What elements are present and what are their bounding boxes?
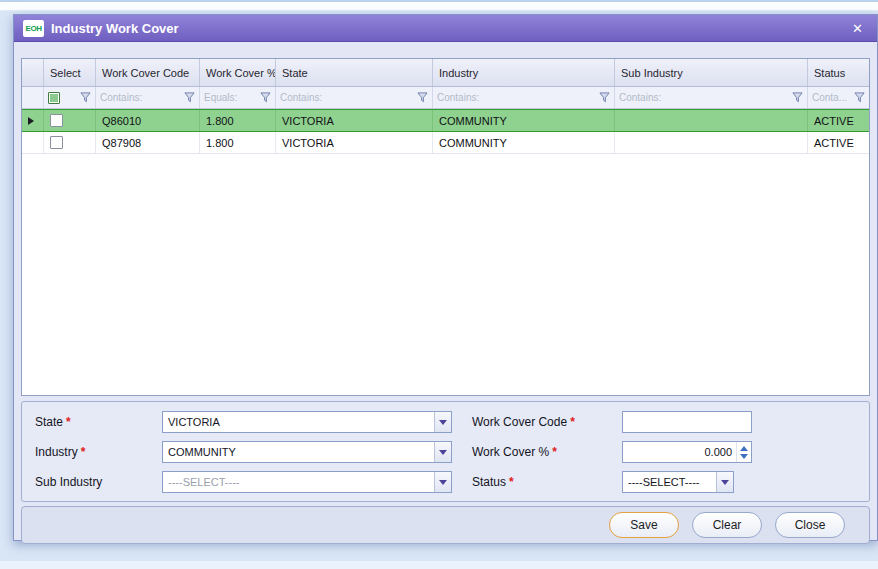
filter-funnel-icon[interactable]	[854, 92, 865, 103]
filter-operator-label: Contains:	[619, 92, 661, 103]
spinner-arrows-icon[interactable]	[736, 442, 751, 462]
grid-header-work-cover-pct[interactable]: Work Cover %	[200, 59, 276, 86]
industry-dropdown[interactable]: COMMUNITY	[162, 441, 452, 463]
work-cover-pct-label: Work Cover %*	[472, 445, 622, 459]
table-row[interactable]: Q86010 1.800 VICTORIA COMMUNITY ACTIVE	[22, 109, 869, 132]
grid-header-select[interactable]: Select	[44, 59, 96, 86]
grid-header-row: Select Work Cover Code Work Cover % Stat…	[22, 59, 869, 87]
required-marker: *	[81, 445, 86, 459]
grid-header-industry[interactable]: Industry	[433, 59, 615, 86]
cell-work-cover-pct: 1.800	[200, 132, 276, 153]
required-marker: *	[552, 445, 557, 459]
table-row[interactable]: Q87908 1.800 VICTORIA COMMUNITY ACTIVE	[22, 132, 869, 154]
row-indicator-cell	[22, 110, 44, 131]
filter-work-cover-pct[interactable]: Equals:	[200, 87, 276, 108]
row-checkbox[interactable]	[50, 136, 63, 149]
industry-label: Industry*	[35, 445, 162, 459]
app-logo-icon: EOH	[23, 20, 44, 37]
spin-down-icon[interactable]	[740, 454, 748, 459]
chevron-down-icon[interactable]	[434, 412, 451, 432]
work-cover-pct-value: 0.000	[623, 446, 736, 458]
filter-operator-label: Contains:	[100, 92, 142, 103]
cell-status: ACTIVE	[808, 132, 869, 153]
cell-work-cover-pct: 1.800	[200, 110, 276, 131]
dialog-title: Industry Work Cover	[51, 21, 840, 36]
filter-operator-label: Contains:	[437, 92, 479, 103]
dialog-button-bar: Save Clear Close	[21, 506, 870, 544]
select-all-checkbox[interactable]	[48, 92, 60, 104]
cell-sub-industry	[615, 110, 808, 131]
filter-funnel-icon[interactable]	[599, 92, 610, 103]
state-dropdown-value: VICTORIA	[163, 416, 434, 428]
grid-header-sub-industry[interactable]: Sub Industry	[615, 59, 808, 86]
cell-industry: COMMUNITY	[433, 132, 615, 153]
row-checkbox[interactable]	[50, 114, 63, 127]
filter-industry[interactable]: Contains:	[433, 87, 615, 108]
bottom-window-strip	[0, 561, 878, 569]
state-dropdown[interactable]: VICTORIA	[162, 411, 452, 433]
work-cover-code-input[interactable]	[623, 412, 751, 432]
filter-operator-label: Contains:	[280, 92, 322, 103]
dialog-titlebar: EOH Industry Work Cover ✕	[14, 15, 877, 42]
row-select-cell	[44, 110, 96, 131]
sub-industry-label: Sub Industry	[35, 475, 162, 489]
close-icon[interactable]: ✕	[847, 20, 868, 37]
row-indicator-cell	[22, 132, 44, 153]
required-marker: *	[570, 415, 575, 429]
filter-funnel-icon[interactable]	[792, 92, 803, 103]
filter-indicator-cell	[22, 87, 44, 108]
grid-empty-area	[22, 154, 869, 395]
row-select-cell	[44, 132, 96, 153]
filter-operator-label: Equals:	[204, 92, 237, 103]
grid-header-state[interactable]: State	[276, 59, 433, 86]
top-window-strip	[0, 0, 878, 11]
grid-header-work-cover-code[interactable]: Work Cover Code	[96, 59, 200, 86]
desktop-background: { "window": { "title": "Industry Work Co…	[0, 0, 878, 569]
state-label: State*	[35, 415, 162, 429]
cell-status: ACTIVE	[808, 110, 869, 131]
filter-funnel-icon[interactable]	[417, 92, 428, 103]
cell-work-cover-code: Q86010	[96, 110, 200, 131]
save-button[interactable]: Save	[609, 512, 679, 538]
grid-header-status[interactable]: Status	[808, 59, 869, 86]
filter-funnel-icon[interactable]	[80, 92, 91, 103]
filter-funnel-icon[interactable]	[184, 92, 195, 103]
cell-work-cover-code: Q87908	[96, 132, 200, 153]
filter-funnel-icon[interactable]	[260, 92, 271, 103]
cell-sub-industry	[615, 132, 808, 153]
required-marker: *	[66, 415, 71, 429]
status-label: Status*	[472, 475, 622, 489]
filter-work-cover-code[interactable]: Contains:	[96, 87, 200, 108]
status-dropdown[interactable]: ----SELECT----	[622, 471, 734, 493]
sub-industry-dropdown[interactable]: ----SELECT----	[162, 471, 452, 493]
grid-filter-row: Contains: Equals: Contains: Contains:	[22, 87, 869, 109]
form-row: State* VICTORIA Work Cover Code*	[35, 411, 860, 433]
work-cover-code-field-wrap	[622, 411, 752, 433]
industry-work-cover-dialog: EOH Industry Work Cover ✕ Select Work Co…	[13, 14, 878, 541]
chevron-down-icon[interactable]	[434, 472, 451, 492]
industry-dropdown-value: COMMUNITY	[163, 446, 434, 458]
clear-button[interactable]: Clear	[692, 512, 762, 538]
status-dropdown-value: ----SELECT----	[623, 476, 716, 488]
cell-state: VICTORIA	[276, 110, 433, 131]
sub-industry-dropdown-value: ----SELECT----	[163, 476, 434, 488]
close-button[interactable]: Close	[775, 512, 845, 538]
chevron-down-icon[interactable]	[716, 472, 733, 492]
work-cover-code-label: Work Cover Code*	[472, 415, 622, 429]
required-marker: *	[509, 475, 514, 489]
form-row: Sub Industry ----SELECT---- Status* ----…	[35, 471, 860, 493]
form-row: Industry* COMMUNITY Work Cover %* 0.000	[35, 441, 860, 463]
edit-form-panel: State* VICTORIA Work Cover Code* Industr…	[21, 401, 870, 502]
filter-sub-industry[interactable]: Contains:	[615, 87, 808, 108]
work-cover-grid: Select Work Cover Code Work Cover % Stat…	[21, 58, 870, 396]
grid-header-indicator	[22, 59, 44, 86]
spin-up-icon[interactable]	[740, 446, 748, 451]
chevron-down-icon[interactable]	[434, 442, 451, 462]
filter-state[interactable]: Contains:	[276, 87, 433, 108]
filter-operator-label: Conta...	[812, 92, 847, 103]
filter-select-cell	[44, 87, 96, 108]
cell-state: VICTORIA	[276, 132, 433, 153]
cell-industry: COMMUNITY	[433, 110, 615, 131]
filter-status[interactable]: Conta...	[808, 87, 869, 108]
work-cover-pct-stepper[interactable]: 0.000	[622, 441, 752, 463]
